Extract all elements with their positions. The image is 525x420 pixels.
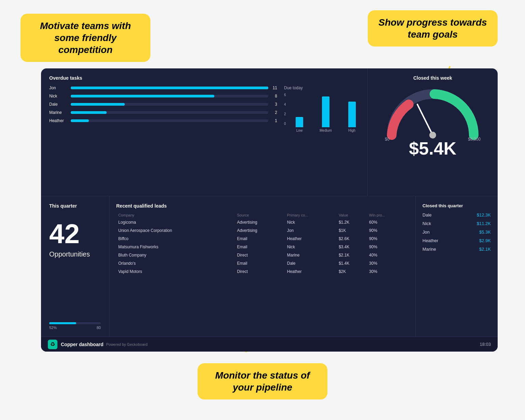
table-cell: $1.2K <box>337 218 367 226</box>
leads-table: CompanySourcePrimary co...ValueWin pro..… <box>116 212 408 276</box>
panel-quarter: This quarter 42 Opportunities 52% 80 <box>41 196 109 337</box>
y-label: 6 <box>284 93 289 97</box>
cq-value: $2.9K <box>479 238 491 243</box>
chart-bar-label: Low <box>296 129 302 132</box>
bar-value: 11 <box>271 86 277 90</box>
panel-closed-quarter: Closed this quarter Dale $12.3K Nick $11… <box>416 196 498 337</box>
panel-closed-week: Closed this week $0 $8,000 $5.4K <box>368 68 498 196</box>
overdue-bar-row: Heather 1 <box>49 118 277 123</box>
progress-labels: 52% 80 <box>49 326 101 330</box>
y-label: 4 <box>284 103 289 106</box>
cq-value: $11.2K <box>477 221 491 226</box>
y-label: 0 <box>284 122 289 126</box>
cq-name: Heather <box>422 238 438 243</box>
table-cell: $1K <box>337 226 367 235</box>
bar-value: 1 <box>271 118 277 123</box>
callout-left: Motivate teams with some friendly compet… <box>21 14 150 62</box>
overdue-bar-row: Nick 8 <box>49 94 277 99</box>
quarter-label: Opportunities <box>49 250 101 258</box>
closed-quarter-row: Heather $2.9K <box>422 238 491 243</box>
footer-logo: ♻ <box>48 340 57 349</box>
table-cell: Advertising <box>235 226 285 235</box>
top-row: Overdue tasks Jon 11 Nick 8 Dale 3 Marin… <box>41 68 498 196</box>
table-cell: Heather <box>285 235 337 243</box>
cq-name: Nick <box>422 221 431 226</box>
panel-overdue: Overdue tasks Jon 11 Nick 8 Dale 3 Marin… <box>41 68 368 196</box>
progress-track <box>49 322 101 324</box>
overdue-bars: Jon 11 Nick 8 Dale 3 Marine 2 Heather 1 <box>49 86 277 132</box>
progress-fill <box>49 322 76 324</box>
footer-app-name: Copper dashboard <box>61 342 103 347</box>
gauge-min: $0 <box>385 137 389 142</box>
leads-th: Source <box>235 212 285 218</box>
table-cell: Email <box>235 259 285 267</box>
table-cell: Biffco <box>116 235 235 243</box>
table-cell: Heather <box>285 267 337 276</box>
quarter-number: 42 <box>49 220 101 248</box>
table-row: Orlando'sEmailDale$1.4K30% <box>116 259 408 267</box>
bar-fill <box>71 111 107 114</box>
bar-track <box>71 119 268 122</box>
dashboard: Overdue tasks Jon 11 Nick 8 Dale 3 Marin… <box>41 68 498 352</box>
bar-value: 2 <box>271 110 277 115</box>
closed-week-title: Closed this week <box>413 75 452 81</box>
table-cell: 90% <box>367 226 408 235</box>
bar-fill <box>71 119 89 122</box>
leads-thead: CompanySourcePrimary co...ValueWin pro..… <box>116 212 408 218</box>
table-cell: Union Aerospace Corporation <box>116 226 235 235</box>
bar-fill <box>71 87 268 89</box>
bar-fill <box>71 95 214 97</box>
closed-quarter-row: Dale $12.3K <box>422 212 491 218</box>
overdue-bar-row: Jon 11 <box>49 86 277 90</box>
closed-quarter-row: Marine $2.1K <box>422 247 491 252</box>
bar-fill <box>71 103 125 106</box>
table-row: Union Aerospace CorporationAdvertisingJo… <box>116 226 408 235</box>
table-cell: Direct <box>235 267 285 276</box>
chart-bar-label: High <box>348 129 355 132</box>
table-row: Matsumura FishworksEmailNick$3.4K90% <box>116 243 408 251</box>
table-cell: 60% <box>367 218 408 226</box>
chart-bar-col: Medium <box>320 96 332 132</box>
bar-value: 8 <box>271 94 277 99</box>
due-today-chart: 6420 Low Medium High <box>284 93 359 132</box>
table-row: BiffcoEmailHeather$2.6K90% <box>116 235 408 243</box>
chart-bar-label: Medium <box>320 129 332 132</box>
table-cell: Email <box>235 235 285 243</box>
table-cell: Marine <box>285 251 337 259</box>
table-cell: Jon <box>285 226 337 235</box>
footer-powered: Powered by Geckoboard <box>106 342 147 346</box>
overdue-bar-row: Dale 3 <box>49 102 277 107</box>
closed-quarter-title: Closed this quarter <box>422 203 491 208</box>
progress-pct: 52% <box>49 326 57 330</box>
closed-quarter-row: Jon $5.3K <box>422 229 491 235</box>
table-cell: $1.4K <box>337 259 367 267</box>
chart-bar <box>322 96 329 127</box>
leads-th: Win pro... <box>367 212 408 218</box>
gauge-value: $5.4K <box>409 138 457 159</box>
overdue-title: Overdue tasks <box>49 75 359 81</box>
table-cell: 30% <box>367 267 408 276</box>
table-cell: $2K <box>337 267 367 276</box>
bar-value: 3 <box>271 102 277 107</box>
cq-value: $5.3K <box>479 229 491 235</box>
table-cell: Direct <box>235 251 285 259</box>
dashboard-footer: ♻ Copper dashboard Powered by Geckoboard… <box>41 337 498 352</box>
leads-th: Primary co... <box>285 212 337 218</box>
gauge-max: $8,000 <box>468 137 481 142</box>
table-cell: Dale <box>285 259 337 267</box>
leads-tbody: LogicomaAdvertisingNick$1.2K60%Union Aer… <box>116 218 408 276</box>
table-cell: 90% <box>367 235 408 243</box>
overdue-content: Jon 11 Nick 8 Dale 3 Marine 2 Heather 1 … <box>49 86 359 132</box>
cq-value: $2.1K <box>479 247 491 252</box>
chart-bar <box>296 117 303 127</box>
table-cell: Advertising <box>235 218 285 226</box>
table-cell: Email <box>235 243 285 251</box>
bottom-row: This quarter 42 Opportunities 52% 80 Rec… <box>41 196 498 337</box>
callout-right: Show progress towards team goals <box>368 10 498 47</box>
progress-max: 80 <box>97 326 101 330</box>
bar-label: Dale <box>49 102 68 107</box>
chart-bar-col: High <box>348 102 356 132</box>
overdue-bar-row: Marine 2 <box>49 110 277 115</box>
table-cell: $2.1K <box>337 251 367 259</box>
bar-track <box>71 87 268 89</box>
